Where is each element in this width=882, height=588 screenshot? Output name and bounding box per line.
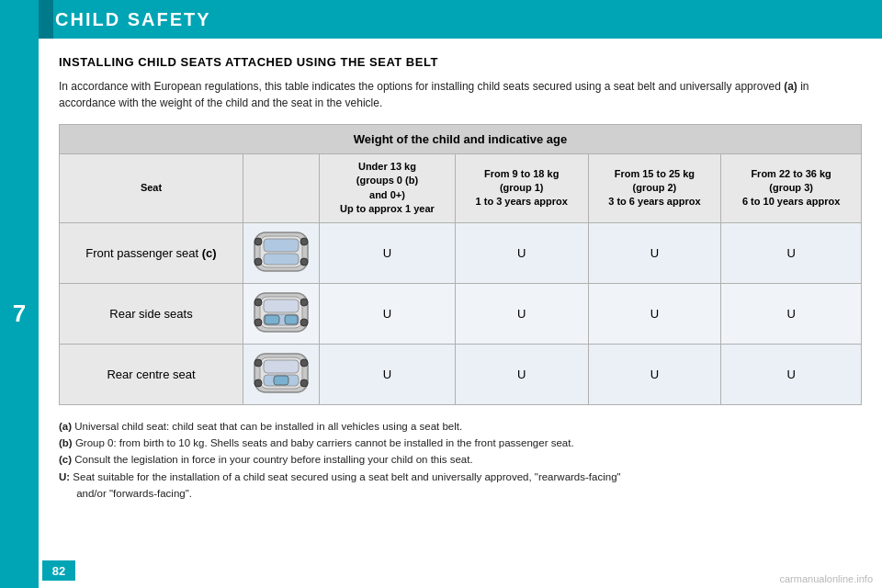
svg-point-26 [300,379,308,387]
svg-rect-3 [264,254,299,265]
car-image-rear-side [243,283,320,344]
top-left-decoration [39,0,53,39]
svg-point-6 [254,258,262,266]
footnotes-section: (a) Universal child seat: child seat tha… [59,418,862,503]
svg-point-23 [254,359,262,367]
value-front-22to36: U [721,222,862,283]
watermark: carmanualonline.info [779,573,873,584]
seat-label-front: Front passenger seat (c) [60,222,243,283]
main-content: INSTALLING CHILD SEATS ATTACHED USING TH… [39,39,882,515]
table-row: Rear centre seat U [60,344,862,404]
col-header-22to36: From 22 to 36 kg(group 3)6 to 10 years a… [721,154,862,223]
value-rearside-9to18: U [455,283,588,344]
svg-point-4 [254,238,262,245]
table-row: Rear side seats [60,283,862,344]
value-rearcentre-9to18: U [455,344,588,404]
table-row: Front passenger seat (c) U U [60,222,862,283]
page-number: 82 [42,560,75,581]
chapter-sidebar: 7 [0,39,39,588]
seat-label-rear-side: Rear side seats [60,283,243,344]
value-rearside-15to25: U [588,283,721,344]
value-front-9to18: U [455,222,588,283]
svg-rect-10 [264,300,299,312]
svg-point-16 [254,319,262,326]
section-title: INSTALLING CHILD SEATS ATTACHED USING TH… [59,55,862,69]
svg-point-25 [254,379,262,387]
top-bar: CHILD SAFETY [0,0,882,39]
svg-point-14 [254,299,262,306]
car-svg-rear-side [247,289,315,335]
car-image-rear-centre [243,344,320,404]
table-main-header: Weight of the child and indicative age [60,125,862,154]
svg-rect-2 [264,239,299,252]
footnote-c: (c) Consult the legislation in force in … [59,451,862,468]
child-seat-table: Weight of the child and indicative age S… [59,124,862,405]
value-rearcentre-under13: U [320,344,456,404]
chapter-number: 7 [13,300,26,328]
value-rearside-under13: U [320,283,456,344]
value-front-15to25: U [588,222,721,283]
car-svg-rear-centre [247,350,315,396]
seat-label-rear-centre: Rear centre seat [60,344,243,404]
footnote-a: (a) Universal child seat: child seat tha… [59,418,862,435]
col-header-seat: Seat [60,154,243,223]
svg-point-7 [300,258,308,266]
svg-rect-12 [265,315,279,324]
col-header-15to25: From 15 to 25 kg(group 2)3 to 6 years ap… [588,154,721,223]
col-header-car-image [243,154,320,223]
svg-point-15 [300,299,308,306]
svg-point-24 [300,359,308,367]
value-rearcentre-22to36: U [721,344,862,404]
value-front-under13: U [320,222,456,283]
table-sub-header-row: Seat Under 13 kg(groups 0 (b)and 0+)Up t… [60,154,862,223]
value-rearcentre-15to25: U [588,344,721,404]
footnote-b: (b) Group 0: from birth to 10 kg. Shells… [59,435,862,451]
car-image-front [243,222,320,283]
footnote-u: U: Seat suitable for the installation of… [59,469,862,503]
svg-point-5 [300,238,308,245]
page-title: CHILD SAFETY [55,9,211,30]
svg-point-17 [300,319,308,326]
table-main-header-row: Weight of the child and indicative age [60,125,862,154]
value-rearside-22to36: U [721,283,862,344]
svg-rect-20 [264,360,299,373]
col-header-9to18: From 9 to 18 kg(group 1)1 to 3 years app… [455,154,588,223]
svg-rect-22 [274,376,288,385]
intro-paragraph: In accordance with European regulations,… [59,78,862,111]
car-svg-top [247,229,315,275]
col-header-under13: Under 13 kg(groups 0 (b)and 0+)Up to app… [320,154,456,223]
svg-rect-13 [285,315,298,324]
